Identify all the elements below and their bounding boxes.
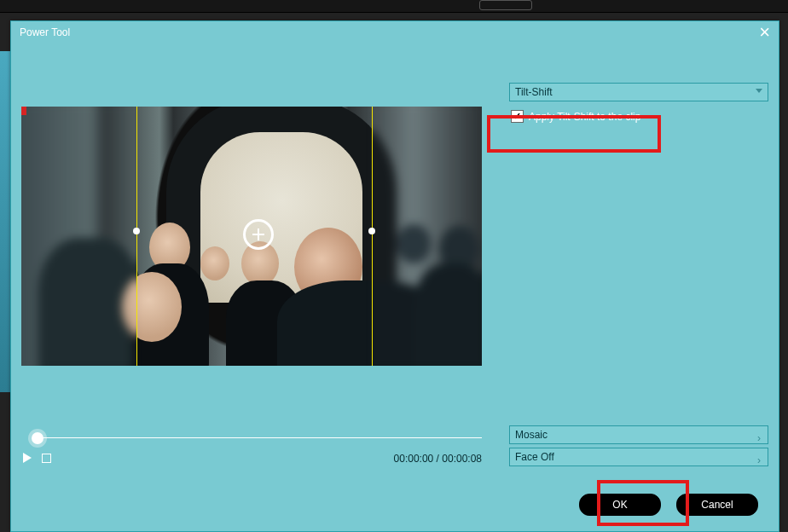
tilt-guide-right[interactable]	[372, 107, 373, 366]
effect-dropdown[interactable]: Tilt-Shift	[509, 83, 768, 101]
dialog-title: Power Tool	[20, 21, 70, 43]
effect-dropdown-value: Tilt-Shift	[515, 86, 553, 98]
effect-panel-top: Tilt-Shift Apply Tilt-Shift to the clip	[509, 83, 768, 126]
faceoff-label: Face Off	[515, 451, 554, 463]
seek-knob[interactable]	[32, 432, 43, 444]
app-menubar	[0, 0, 788, 13]
dialog-buttons: OK Cancel	[579, 494, 758, 516]
chevron-right-icon: ›	[757, 430, 761, 447]
stop-icon[interactable]	[42, 454, 51, 463]
ok-button-label: OK	[612, 499, 627, 511]
tilt-handle-left[interactable]	[133, 228, 140, 234]
mosaic-row[interactable]: Mosaic ›	[509, 425, 768, 444]
faceoff-row[interactable]: Face Off ›	[509, 448, 768, 466]
tilt-center-handle[interactable]	[243, 219, 274, 250]
apply-tilt-shift-row[interactable]: Apply Tilt-Shift to the clip	[509, 107, 768, 126]
cancel-button-label: Cancel	[701, 499, 733, 511]
tilt-handle-right[interactable]	[368, 228, 375, 234]
seek-track	[37, 437, 482, 438]
close-icon[interactable]: ×	[759, 23, 770, 42]
clip-start-marker	[21, 107, 26, 115]
preview-canvas	[21, 107, 482, 366]
search-field-outline	[479, 0, 532, 10]
ok-button[interactable]: OK	[579, 494, 661, 516]
time-duration: 00:00:08	[442, 453, 482, 465]
cancel-button[interactable]: Cancel	[676, 494, 758, 516]
video-preview[interactable]	[21, 107, 482, 366]
chevron-right-icon: ›	[757, 452, 761, 469]
chevron-down-icon	[756, 89, 762, 93]
mosaic-label: Mosaic	[515, 429, 548, 441]
tilt-guide-left[interactable]	[136, 107, 137, 366]
tilt-blur-right	[372, 107, 482, 366]
timecode: 00:00:00 / 00:00:08	[394, 453, 482, 465]
apply-tilt-shift-label: Apply Tilt-Shift to the clip	[529, 111, 640, 123]
time-sep: /	[433, 453, 442, 465]
thumbnail-strip	[0, 51, 10, 392]
effect-panel-bottom: Mosaic › Face Off ›	[509, 425, 768, 470]
apply-tilt-shift-checkbox[interactable]	[511, 110, 524, 123]
play-icon[interactable]	[23, 453, 32, 463]
time-current: 00:00:00	[394, 453, 434, 465]
dialog-body: 00:00:00 / 00:00:08 Tilt-Shift Apply Til…	[11, 43, 779, 531]
dialog-titlebar: Power Tool ×	[11, 21, 779, 43]
power-tool-dialog: Power Tool ×	[10, 20, 779, 532]
playback-controls	[23, 453, 51, 463]
tilt-blur-left	[21, 107, 136, 366]
